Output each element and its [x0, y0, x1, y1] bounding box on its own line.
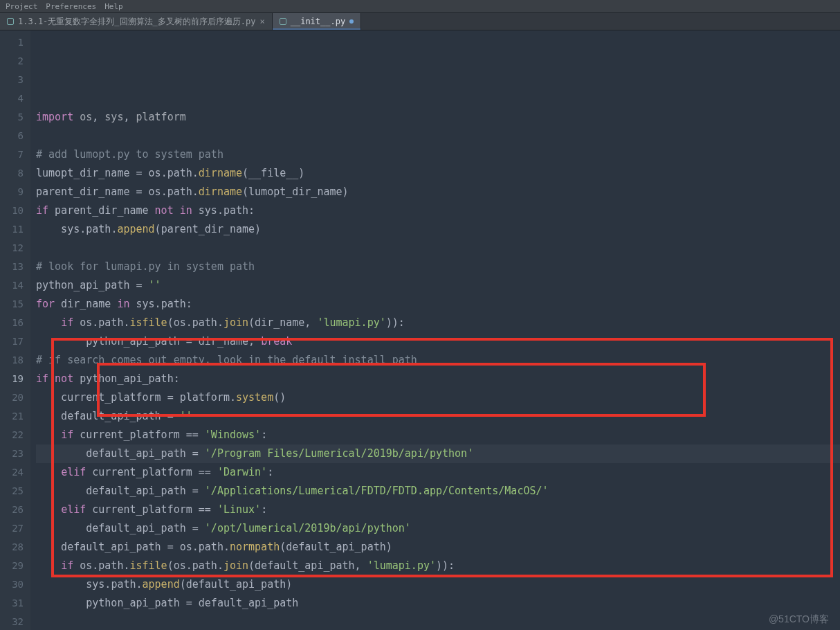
- code-line[interactable]: python_api_path = '': [36, 276, 840, 295]
- line-number: 9: [0, 183, 24, 201]
- line-number: 24: [0, 463, 24, 482]
- code-editor[interactable]: 1234567891011121314151617181920212223242…: [0, 30, 840, 630]
- line-number-gutter: 1234567891011121314151617181920212223242…: [0, 30, 30, 630]
- line-number: 15: [0, 295, 24, 314]
- line-number: 18: [0, 351, 24, 370]
- tab-label: 1.3.1-无重复数字全排列_回溯算法_多叉树的前序后序遍历.py: [18, 16, 255, 28]
- code-line[interactable]: sys.path.append(parent_dir_name): [36, 220, 840, 239]
- line-number: 14: [0, 276, 24, 295]
- code-line[interactable]: default_api_path = '/Applications/Lumeri…: [36, 482, 840, 501]
- line-number: 3: [0, 71, 24, 89]
- line-number: 17: [0, 332, 24, 351]
- editor-tabs: 1.3.1-无重复数字全排列_回溯算法_多叉树的前序后序遍历.py × __in…: [0, 12, 840, 30]
- tab-active[interactable]: __init__.py: [273, 13, 361, 30]
- watermark: @51CTO博客: [769, 613, 829, 626]
- code-line[interactable]: lumopt_dir_name = os.path.dirname(__file…: [36, 164, 840, 183]
- code-line[interactable]: if os.path.isfile(os.path.join(dir_name,…: [36, 314, 840, 332]
- code-line[interactable]: if not python_api_path:: [36, 370, 840, 388]
- line-number: 29: [0, 557, 24, 575]
- code-line[interactable]: if parent_dir_name not in sys.path:: [36, 201, 840, 220]
- line-number: 5: [0, 108, 24, 127]
- line-number: 4: [0, 89, 24, 108]
- code-line[interactable]: # add lumopt.py to system path: [36, 145, 840, 164]
- close-icon[interactable]: ×: [259, 17, 264, 26]
- line-number: 28: [0, 538, 24, 557]
- code-area[interactable]: import os, sys, platform # add lumopt.py…: [30, 30, 840, 630]
- line-number: 8: [0, 164, 24, 183]
- code-line[interactable]: elif current_platform == 'Darwin':: [36, 463, 840, 482]
- line-number: 2: [0, 52, 24, 71]
- line-number: 32: [0, 613, 24, 630]
- line-number: 27: [0, 519, 24, 538]
- code-line[interactable]: if current_platform == 'Windows':: [36, 426, 840, 444]
- code-line[interactable]: current_platform = platform.system(): [36, 388, 840, 407]
- menu-item[interactable]: Preferences: [46, 2, 96, 11]
- dirty-indicator-icon: [349, 19, 354, 24]
- code-line[interactable]: for dir_name in sys.path:: [36, 295, 840, 314]
- line-number: 10: [0, 201, 24, 220]
- tab-label: __init__.py: [291, 17, 345, 26]
- line-number: 26: [0, 501, 24, 519]
- line-number: 13: [0, 258, 24, 276]
- code-line[interactable]: default_api_path = '/opt/lumerical/2019b…: [36, 519, 840, 538]
- code-line[interactable]: [36, 613, 840, 630]
- file-icon: [7, 18, 14, 25]
- tab-inactive[interactable]: 1.3.1-无重复数字全排列_回溯算法_多叉树的前序后序遍历.py ×: [0, 13, 273, 30]
- code-line[interactable]: # if search comes out empty, look in the…: [36, 351, 840, 370]
- line-number: 19: [0, 370, 24, 388]
- code-line[interactable]: python_api_path = default_api_path: [36, 594, 840, 613]
- line-number: 20: [0, 388, 24, 407]
- line-number: 6: [0, 127, 24, 145]
- code-line[interactable]: [36, 127, 840, 145]
- menu-bar: Project Preferences Help: [0, 0, 840, 12]
- file-icon: [280, 18, 286, 25]
- code-line[interactable]: # look for lumapi.py in system path: [36, 258, 840, 276]
- code-line[interactable]: sys.path.append(default_api_path): [36, 575, 840, 594]
- code-line[interactable]: if os.path.isfile(os.path.join(default_a…: [36, 557, 840, 575]
- line-number: 25: [0, 482, 24, 501]
- line-number: 30: [0, 575, 24, 594]
- line-number: 11: [0, 220, 24, 239]
- code-line[interactable]: parent_dir_name = os.path.dirname(lumopt…: [36, 183, 840, 201]
- line-number: 16: [0, 314, 24, 332]
- code-line[interactable]: import os, sys, platform: [36, 108, 840, 127]
- line-number: 12: [0, 239, 24, 258]
- line-number: 23: [0, 444, 24, 463]
- code-line[interactable]: default_api_path = os.path.normpath(defa…: [36, 538, 840, 557]
- line-number: 1: [0, 33, 24, 52]
- code-line[interactable]: python_api_path = dir_name; break: [36, 332, 840, 351]
- code-line[interactable]: default_api_path = '': [36, 407, 840, 426]
- line-number: 22: [0, 426, 24, 444]
- line-number: 31: [0, 594, 24, 613]
- line-number: 21: [0, 407, 24, 426]
- code-line[interactable]: elif current_platform == 'Linux':: [36, 501, 840, 519]
- line-number: 7: [0, 145, 24, 164]
- code-line[interactable]: [36, 239, 840, 258]
- code-line[interactable]: default_api_path = '/Program Files/Lumer…: [36, 444, 840, 463]
- menu-item[interactable]: Help: [104, 2, 123, 11]
- menu-item[interactable]: Project: [6, 2, 37, 11]
